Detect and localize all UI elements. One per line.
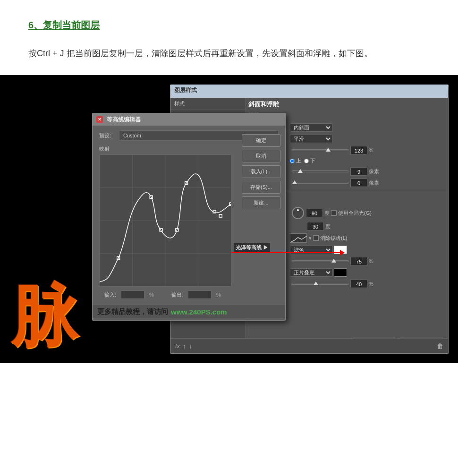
direction-up-label: 上: [296, 157, 301, 164]
anti-alias-checkbox[interactable]: [313, 235, 319, 241]
contour-editor-title-bar: ✕ 等高线编辑器: [93, 113, 285, 126]
input-value-field[interactable]: [121, 290, 144, 299]
fx-add-icon[interactable]: ↑: [183, 342, 186, 350]
shadow-color-swatch[interactable]: [334, 268, 347, 277]
gloss-contour-arrow-label: 光泽等高线 ▶: [234, 243, 270, 252]
curve-canvas[interactable]: [100, 155, 231, 286]
input-output-row: 输入: % 输出: %: [99, 290, 279, 299]
highlight-opacity-unit: %: [369, 258, 373, 264]
section-title: 6、复制当前图层: [28, 19, 430, 32]
watermark-text: 更多精品教程，请访问: [97, 307, 168, 316]
global-light-cb[interactable]: 使用全局光(G): [331, 210, 372, 217]
output-label: 输出:: [166, 291, 183, 298]
bevel-section-title: 斜面和浮雕: [248, 100, 446, 109]
load-button[interactable]: 载入(L)...: [242, 165, 280, 178]
global-light-label: 使用全局光(G): [338, 210, 372, 217]
orange-decorative-text: 脉: [0, 75, 90, 363]
tab-style[interactable]: 样式: [170, 98, 246, 110]
curve-canvas-wrapper: [99, 154, 231, 287]
svg-rect-13: [219, 214, 222, 217]
shadow-opacity-slider[interactable]: [292, 283, 348, 285]
direction-up-radio[interactable]: 上: [290, 157, 301, 164]
input-unit: %: [149, 292, 154, 298]
top-section: 6、复制当前图层 按Ctrl + J 把当前图层复制一层，清除图层样式后再重新设…: [0, 0, 458, 75]
size-value: 9: [350, 167, 367, 176]
altitude-value: 30: [307, 222, 324, 230]
size-unit: 像素: [369, 168, 379, 175]
layer-style-dialog-title: 图层样式: [174, 86, 197, 94]
screenshot-section: 脉 图层样式 样式 混合选项 斜面和浮雕 等高线 纹理 描边 内阴影 内发光 光…: [0, 75, 458, 363]
direction-down-radio[interactable]: 下: [304, 157, 315, 164]
arrow-head: [340, 250, 345, 255]
angle-unit: 度: [324, 210, 330, 217]
watermark-bar: 更多精品教程，请访问 www.240PS.com: [93, 305, 285, 318]
highlight-opacity-value: 75: [350, 257, 367, 265]
global-light-checkbox[interactable]: [331, 210, 337, 216]
close-button[interactable]: ✕: [96, 116, 103, 123]
direction-down-label: 下: [310, 157, 315, 164]
depth-slider[interactable]: [292, 149, 348, 151]
anti-alias-cb[interactable]: 消除锯齿(L): [313, 235, 347, 242]
preset-label: 预设:: [99, 132, 119, 139]
soften-unit: 像素: [369, 179, 379, 187]
fx-label: fx: [175, 342, 180, 349]
angle-dot: [297, 209, 299, 211]
soften-slider[interactable]: [292, 182, 348, 184]
contour-editor-buttons: 确定 取消 载入(L)... 存储(S)... 新建...: [242, 134, 280, 209]
description: 按Ctrl + J 把当前图层复制一层，清除图层样式后再重新设置，先设置斜面和浮…: [28, 46, 430, 61]
contour-dropdown-arrow[interactable]: ▾: [309, 235, 312, 241]
depth-value: 123: [350, 146, 367, 154]
shadow-opacity-value: 40: [350, 280, 367, 288]
anti-alias-label: 消除锯齿(L): [320, 235, 347, 242]
contour-editor-title: 等高线编辑器: [107, 116, 141, 124]
confirm-button[interactable]: 确定: [242, 134, 280, 147]
size-slider[interactable]: [292, 170, 348, 172]
output-value-field[interactable]: [188, 290, 212, 299]
angle-value: 90: [306, 209, 323, 217]
depth-unit: %: [369, 147, 373, 153]
shadow-mode-select[interactable]: 正片叠底: [290, 268, 332, 277]
save-button[interactable]: 存储(S)...: [242, 181, 280, 194]
watermark-url: www.240PS.com: [171, 308, 227, 316]
soften-value: 0: [350, 178, 367, 187]
arrow-line: [231, 252, 340, 253]
fx-trash-icon[interactable]: 🗑: [437, 342, 443, 350]
fx-remove-icon[interactable]: ↓: [189, 342, 192, 350]
new-button[interactable]: 新建...: [242, 196, 280, 209]
input-label: 输入:: [99, 291, 116, 298]
output-unit: %: [216, 292, 221, 298]
gloss-contour-thumb[interactable]: [290, 233, 307, 243]
method-select[interactable]: 平滑: [290, 135, 332, 143]
style-select[interactable]: 内斜面: [290, 123, 332, 132]
angle-circle[interactable]: [292, 207, 304, 219]
highlight-opacity-slider[interactable]: [292, 260, 348, 262]
cancel-button[interactable]: 取消: [242, 150, 280, 162]
contour-editor-dialog: ✕ 等高线编辑器 预设: Custom 映射: [92, 113, 286, 321]
shadow-opacity-unit: %: [369, 281, 373, 287]
altitude-unit: 度: [325, 223, 331, 230]
fx-bar: fx ↑ ↓ 🗑: [170, 338, 448, 353]
